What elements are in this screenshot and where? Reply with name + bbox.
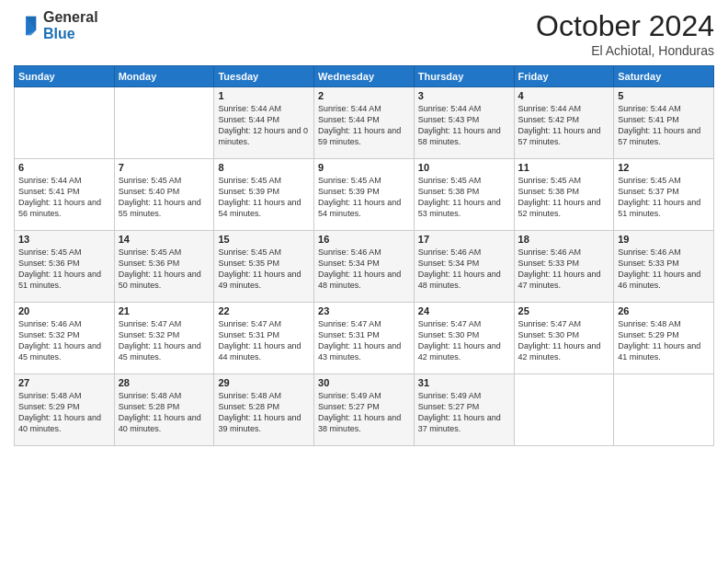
calendar-cell: 27Sunrise: 5:48 AMSunset: 5:29 PMDayligh… [15,374,115,446]
day-number: 31 [418,377,510,388]
col-header-sunday: Sunday [15,66,115,87]
calendar-cell: 17Sunrise: 5:46 AMSunset: 5:34 PMDayligh… [414,231,514,303]
cell-content: Sunrise: 5:47 AMSunset: 5:31 PMDaylight:… [318,318,410,363]
day-number: 13 [18,234,110,245]
day-number: 27 [18,377,110,388]
calendar-cell: 11Sunrise: 5:45 AMSunset: 5:38 PMDayligh… [514,159,614,231]
calendar-cell: 22Sunrise: 5:47 AMSunset: 5:31 PMDayligh… [214,303,314,374]
cell-content: Sunrise: 5:46 AMSunset: 5:34 PMDaylight:… [318,247,410,292]
cell-content: Sunrise: 5:45 AMSunset: 5:38 PMDaylight:… [418,175,510,220]
week-row-3: 13Sunrise: 5:45 AMSunset: 5:36 PMDayligh… [15,231,714,303]
calendar-cell: 30Sunrise: 5:49 AMSunset: 5:27 PMDayligh… [314,374,415,446]
cell-content: Sunrise: 5:49 AMSunset: 5:27 PMDaylight:… [318,390,410,435]
calendar-cell: 15Sunrise: 5:45 AMSunset: 5:35 PMDayligh… [214,231,314,303]
calendar-cell: 14Sunrise: 5:45 AMSunset: 5:36 PMDayligh… [114,231,214,303]
cell-content: Sunrise: 5:44 AMSunset: 5:41 PMDaylight:… [18,175,110,220]
calendar-cell: 9Sunrise: 5:45 AMSunset: 5:39 PMDaylight… [314,159,415,231]
cell-content: Sunrise: 5:48 AMSunset: 5:28 PMDaylight:… [218,390,310,435]
day-number: 1 [218,90,310,101]
calendar-cell: 23Sunrise: 5:47 AMSunset: 5:31 PMDayligh… [314,303,415,374]
calendar-cell: 16Sunrise: 5:46 AMSunset: 5:34 PMDayligh… [314,231,415,303]
cell-content: Sunrise: 5:44 AMSunset: 5:44 PMDaylight:… [318,103,410,148]
day-number: 30 [318,377,410,388]
cell-content: Sunrise: 5:48 AMSunset: 5:29 PMDaylight:… [618,318,710,363]
cell-content: Sunrise: 5:46 AMSunset: 5:33 PMDaylight:… [518,247,610,292]
day-number: 24 [418,305,510,316]
calendar-cell: 5Sunrise: 5:44 AMSunset: 5:41 PMDaylight… [614,87,714,159]
header-row: SundayMondayTuesdayWednesdayThursdayFrid… [15,66,714,87]
day-number: 9 [318,162,410,173]
cell-content: Sunrise: 5:45 AMSunset: 5:39 PMDaylight:… [318,175,410,220]
day-number: 20 [18,305,110,316]
day-number: 29 [218,377,310,388]
calendar-cell: 12Sunrise: 5:45 AMSunset: 5:37 PMDayligh… [614,159,714,231]
cell-content: Sunrise: 5:48 AMSunset: 5:29 PMDaylight:… [18,390,110,435]
cell-content: Sunrise: 5:45 AMSunset: 5:37 PMDaylight:… [618,175,710,220]
day-number: 2 [318,90,410,101]
week-row-1: 1Sunrise: 5:44 AMSunset: 5:44 PMDaylight… [15,87,714,159]
calendar-cell: 8Sunrise: 5:45 AMSunset: 5:39 PMDaylight… [214,159,314,231]
logo-text: General Blue [43,9,98,41]
calendar-cell [15,87,115,159]
day-number: 21 [119,305,210,316]
cell-content: Sunrise: 5:44 AMSunset: 5:41 PMDaylight:… [618,103,710,148]
day-number: 7 [119,162,210,173]
cell-content: Sunrise: 5:46 AMSunset: 5:32 PMDaylight:… [18,318,110,363]
day-number: 14 [119,234,210,245]
calendar-cell: 24Sunrise: 5:47 AMSunset: 5:30 PMDayligh… [414,303,514,374]
calendar-cell: 2Sunrise: 5:44 AMSunset: 5:44 PMDaylight… [314,87,415,159]
day-number: 18 [518,234,610,245]
calendar-cell: 4Sunrise: 5:44 AMSunset: 5:42 PMDaylight… [514,87,614,159]
calendar-table: SundayMondayTuesdayWednesdayThursdayFrid… [14,65,714,446]
cell-content: Sunrise: 5:45 AMSunset: 5:40 PMDaylight:… [119,175,210,220]
calendar-cell: 26Sunrise: 5:48 AMSunset: 5:29 PMDayligh… [614,303,714,374]
col-header-thursday: Thursday [414,66,514,87]
cell-content: Sunrise: 5:48 AMSunset: 5:28 PMDaylight:… [119,390,210,435]
day-number: 17 [418,234,510,245]
header: General Blue October 2024 El Achiotal, H… [14,9,714,58]
cell-content: Sunrise: 5:47 AMSunset: 5:31 PMDaylight:… [218,318,310,363]
calendar-cell: 10Sunrise: 5:45 AMSunset: 5:38 PMDayligh… [414,159,514,231]
col-header-friday: Friday [514,66,614,87]
calendar-cell [514,374,614,446]
location-title: El Achiotal, Honduras [536,43,714,58]
page: General Blue October 2024 El Achiotal, H… [0,0,728,563]
calendar-cell: 7Sunrise: 5:45 AMSunset: 5:40 PMDaylight… [114,159,214,231]
cell-content: Sunrise: 5:47 AMSunset: 5:32 PMDaylight:… [119,318,210,363]
calendar-cell: 29Sunrise: 5:48 AMSunset: 5:28 PMDayligh… [214,374,314,446]
cell-content: Sunrise: 5:45 AMSunset: 5:35 PMDaylight:… [218,247,310,292]
day-number: 15 [218,234,310,245]
month-title: October 2024 [536,9,714,43]
col-header-saturday: Saturday [614,66,714,87]
cell-content: Sunrise: 5:47 AMSunset: 5:30 PMDaylight:… [518,318,610,363]
logo-general-text: General [43,9,98,26]
week-row-2: 6Sunrise: 5:44 AMSunset: 5:41 PMDaylight… [15,159,714,231]
day-number: 4 [518,90,610,101]
calendar-cell: 13Sunrise: 5:45 AMSunset: 5:36 PMDayligh… [15,231,115,303]
cell-content: Sunrise: 5:44 AMSunset: 5:42 PMDaylight:… [518,103,610,148]
logo-icon [14,13,40,39]
day-number: 16 [318,234,410,245]
calendar-cell: 6Sunrise: 5:44 AMSunset: 5:41 PMDaylight… [15,159,115,231]
calendar-cell: 1Sunrise: 5:44 AMSunset: 5:44 PMDaylight… [214,87,314,159]
logo: General Blue [14,9,98,41]
day-number: 11 [518,162,610,173]
calendar-cell: 31Sunrise: 5:49 AMSunset: 5:27 PMDayligh… [414,374,514,446]
cell-content: Sunrise: 5:44 AMSunset: 5:44 PMDaylight:… [218,103,310,148]
calendar-cell [614,374,714,446]
calendar-cell: 3Sunrise: 5:44 AMSunset: 5:43 PMDaylight… [414,87,514,159]
day-number: 22 [218,305,310,316]
day-number: 23 [318,305,410,316]
day-number: 26 [618,305,710,316]
day-number: 28 [119,377,210,388]
cell-content: Sunrise: 5:45 AMSunset: 5:36 PMDaylight:… [119,247,210,292]
calendar-cell [114,87,214,159]
day-number: 12 [618,162,710,173]
day-number: 6 [18,162,110,173]
cell-content: Sunrise: 5:46 AMSunset: 5:33 PMDaylight:… [618,247,710,292]
cell-content: Sunrise: 5:45 AMSunset: 5:39 PMDaylight:… [218,175,310,220]
day-number: 8 [218,162,310,173]
col-header-tuesday: Tuesday [214,66,314,87]
day-number: 19 [618,234,710,245]
col-header-wednesday: Wednesday [314,66,415,87]
